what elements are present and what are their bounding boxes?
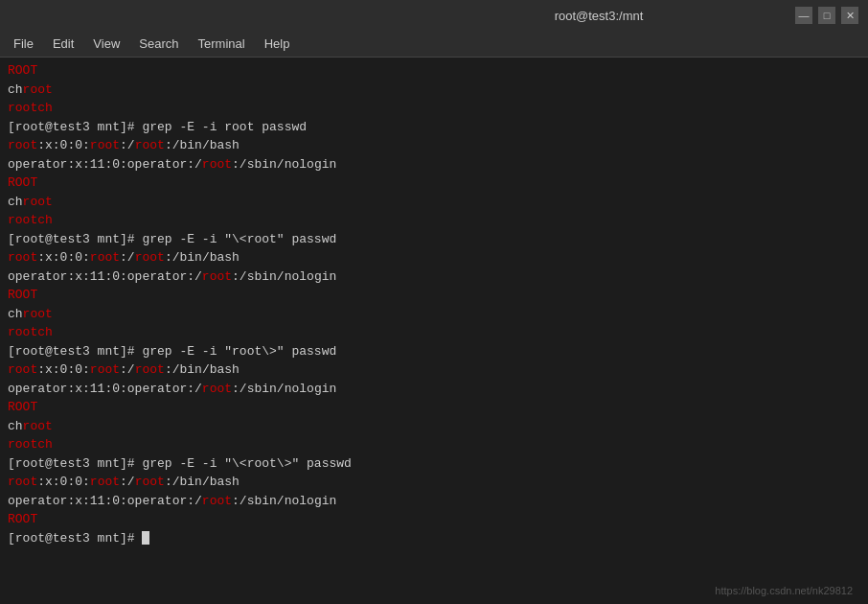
terminal-line: chroot [8, 81, 860, 100]
terminal-line: rootch [8, 435, 860, 454]
menu-help[interactable]: Help [255, 35, 300, 53]
terminal-line: ROOT [8, 286, 860, 305]
terminal-line: [root@test3 mnt]# [8, 529, 860, 548]
menu-file[interactable]: File [4, 35, 43, 53]
terminal-line: ROOT [8, 61, 860, 81]
terminal-line: [root@test3 mnt]# grep -E -i root passwd [8, 118, 860, 137]
menu-terminal[interactable]: Terminal [189, 35, 255, 53]
close-button[interactable]: ✕ [841, 7, 858, 24]
terminal-line: operator:x:11:0:operator:/root:/sbin/nol… [8, 155, 860, 174]
terminal-line: chroot [8, 193, 860, 212]
terminal-line: chroot [8, 305, 860, 324]
terminal-line: ROOT [8, 510, 860, 529]
terminal-line: operator:x:11:0:operator:/root:/sbin/nol… [8, 267, 860, 287]
minimize-button[interactable]: — [795, 7, 812, 24]
menu-bar: File Edit View Search Terminal Help [0, 31, 868, 58]
terminal-line: ROOT [8, 398, 860, 417]
terminal-line: operator:x:11:0:operator:/root:/sbin/nol… [8, 492, 860, 511]
maximize-button[interactable]: □ [818, 7, 835, 24]
terminal-line: root:x:0:0:root:/root:/bin/bash [8, 360, 860, 380]
terminal-window: root@test3:/mnt — □ ✕ File Edit View Sea… [0, 0, 868, 604]
menu-edit[interactable]: Edit [43, 35, 83, 53]
window-title: root@test3:/mnt [402, 9, 795, 23]
terminal-line: rootch [8, 211, 860, 230]
menu-view[interactable]: View [83, 35, 129, 53]
terminal-line: root:x:0:0:root:/root:/bin/bash [8, 248, 860, 267]
terminal-line: chroot [8, 417, 860, 436]
terminal-line: [root@test3 mnt]# grep -E -i "root\>" pa… [8, 342, 860, 361]
terminal-line: ROOT [8, 174, 860, 193]
terminal-line: operator:x:11:0:operator:/root:/sbin/nol… [8, 380, 860, 399]
terminal-line: root:x:0:0:root:/root:/bin/bash [8, 473, 860, 492]
watermark: https://blog.csdn.net/nk29812 [715, 585, 853, 596]
terminal-line: rootch [8, 99, 860, 118]
terminal-body[interactable]: ROOTchrootrootch[root@test3 mnt]# grep -… [0, 58, 868, 604]
window-controls: — □ ✕ [795, 7, 858, 24]
terminal-line: root:x:0:0:root:/root:/bin/bash [8, 136, 860, 155]
terminal-line: rootch [8, 323, 860, 342]
terminal-line: [root@test3 mnt]# grep -E -i "\<root\>" … [8, 454, 860, 474]
title-bar: root@test3:/mnt — □ ✕ [0, 0, 868, 31]
terminal-line: [root@test3 mnt]# grep -E -i "\<root" pa… [8, 230, 860, 249]
menu-search[interactable]: Search [129, 35, 188, 53]
